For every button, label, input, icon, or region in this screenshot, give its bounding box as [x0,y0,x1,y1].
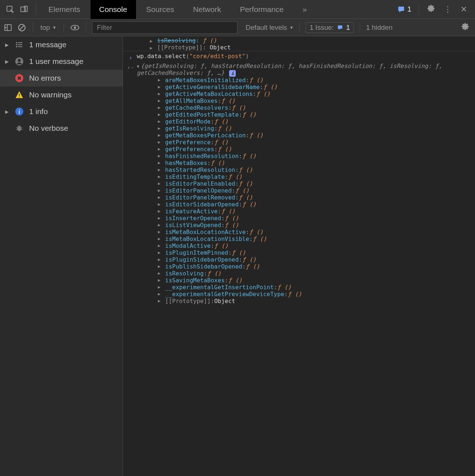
expand-icon[interactable]: ▶ [158,98,163,103]
property-line[interactable]: ▶getMetaBoxesPerLocation: ƒ () [135,132,472,139]
expand-icon[interactable]: ▶ [158,285,163,290]
property-line[interactable]: ▶[[Prototype]]: Object [135,44,472,51]
property-line[interactable]: ▶getPreference: ƒ () [135,139,472,146]
tab-overflow[interactable]: » [294,0,316,19]
expand-icon[interactable]: ▶ [150,45,155,51]
property-line[interactable]: ▶isEditorSidebarOpened: ƒ () [135,201,472,208]
property-line[interactable]: ▶hasFinishedResolution: ƒ () [135,153,472,160]
expand-icon[interactable]: ▶ [158,215,163,221]
expand-icon[interactable]: ▶ [158,146,163,152]
property-line[interactable]: ▶isFeatureActive: ƒ () [135,208,472,215]
property-line[interactable]: ▶isMetaBoxLocationVisible: ƒ () [135,235,472,242]
expand-icon[interactable]: ▶ [158,119,163,124]
expand-icon[interactable]: ▶ [158,291,163,297]
property-line[interactable]: ▶isEditorPanelOpened: ƒ () [135,187,472,194]
expand-icon[interactable]: ▶ [158,264,163,269]
expand-icon[interactable]: ▶ [158,77,163,82]
settings-icon[interactable] [424,4,438,15]
issues-button[interactable]: 1 Issue: 1 [306,22,354,33]
property-line[interactable]: ▶getAllMetaBoxes: ƒ () [135,97,472,104]
object-summary[interactable]: ▼{getIsResolving: ƒ, hasStartedResolutio… [135,62,472,77]
more-icon[interactable]: ⋮ [441,5,455,14]
property-line[interactable]: ▶areMetaBoxesInitialized: ƒ () [135,77,472,84]
collapse-icon[interactable]: ▼ [137,64,139,69]
property-line[interactable]: ▶getActiveGeneralSidebarName: ƒ () [135,84,472,90]
issues-badge[interactable]: 1 [395,5,414,13]
property-line[interactable]: ▶__experimentalGetInsertionPoint: ƒ () [135,284,472,291]
expand-icon[interactable]: ▶ [158,167,163,172]
property-line[interactable]: ▶isSavingMetaBoxes: ƒ () [135,277,472,284]
sidebar-info[interactable]: ▶ 1 info [0,103,123,120]
property-line[interactable]: ▶hasMetaBoxes: ƒ () [135,160,472,166]
expand-icon[interactable]: ▶ [158,229,163,234]
property-line[interactable]: ▶isInserterOpened: ƒ () [135,215,472,222]
expand-icon[interactable]: ▶ [158,181,163,186]
device-toggle-icon[interactable] [20,5,28,14]
expand-icon[interactable]: ▶ [158,243,163,248]
property-line[interactable]: ▶getCachedResolvers: ƒ () [135,104,472,111]
property-line[interactable]: ▶__experimentalGetPreviewDeviceType: ƒ (… [135,291,472,298]
context-selector[interactable]: top ▼ [39,24,58,32]
property-line[interactable]: ▶getActiveMetaBoxLocations: ƒ () [135,90,472,97]
property-line[interactable]: ▶isEditorPanelEnabled: ƒ () [135,180,472,187]
property-line[interactable]: ▶isModalActive: ƒ () [135,242,472,249]
property-line[interactable]: ▶hasStartedResolution: ƒ () [135,166,472,173]
filter-input[interactable] [92,21,238,34]
expand-icon[interactable]: ▶ [158,209,163,214]
property-line[interactable]: ▶isEditingTemplate: ƒ () [135,173,472,180]
expand-icon[interactable]: ▶ [150,39,155,44]
expand-icon[interactable]: ▶ [158,271,163,276]
sidebar-errors[interactable]: No errors [0,70,123,86]
expand-icon[interactable]: ▶ [158,126,163,131]
property-line[interactable]: ▶isEditorPanelRemoved: ƒ () [135,194,472,201]
expand-icon[interactable]: ▶ [158,160,163,165]
property-line[interactable]: ▶getPreferences: ƒ () [135,146,472,153]
expand-icon[interactable]: ▶ [158,298,163,303]
property-line[interactable]: ▶isPluginSidebarOpened: ƒ () [135,256,472,263]
expand-icon[interactable]: ▶ [158,105,163,110]
console-output[interactable]: ▶isResolving: ƒ () ▶[[Prototype]]: Objec… [123,36,475,476]
inspect-icon[interactable] [6,5,15,14]
property-line[interactable]: ▶getIsResolving: ƒ () [135,125,472,132]
console-input[interactable]: wp.data.select("core/edit-post") [135,53,472,60]
close-icon[interactable]: ✕ [458,5,470,14]
expand-icon[interactable]: ▶ [158,140,163,145]
expand-icon[interactable]: ▶ [158,133,163,138]
sidebar-warnings[interactable]: No warnings [0,86,123,103]
expand-icon[interactable]: ▶ [158,153,163,158]
expand-icon[interactable]: ▶ [158,202,163,207]
property-line[interactable]: ▶isMetaBoxLocationActive: ƒ () [135,229,472,235]
expand-icon[interactable]: ▶ [158,84,163,89]
expand-icon[interactable]: ▶ [158,112,163,117]
expand-icon[interactable]: ▶ [158,188,163,193]
expand-icon[interactable]: ▶ [158,195,163,200]
expand-icon[interactable]: ▶ [158,278,163,283]
property-line[interactable]: ▶isPluginItemPinned: ƒ () [135,249,472,256]
tab-console[interactable]: Console [91,0,136,19]
property-line[interactable]: ▶isListViewOpened: ƒ () [135,222,472,229]
expand-icon[interactable]: ▶ [158,257,163,262]
property-line[interactable]: ▶isPublishSidebarOpened: ƒ () [135,263,472,270]
clear-console-icon[interactable] [17,23,27,33]
property-line[interactable]: ▶[[Prototype]]: Object [135,298,472,304]
sidebar-verbose[interactable]: No verbose [0,120,123,137]
live-expression-icon[interactable] [70,23,80,33]
log-levels-selector[interactable]: Default levels ▼ [246,24,294,32]
expand-icon[interactable]: ▶ [158,236,163,241]
info-badge-icon[interactable]: i [229,70,236,77]
expand-icon[interactable]: ▶ [158,222,163,227]
expand-icon[interactable]: ▶ [158,91,163,96]
sidebar-messages[interactable]: ▶ 1 message [0,36,123,53]
property-line[interactable]: ▶getEditorMode: ƒ () [135,118,472,125]
console-settings-icon[interactable] [458,23,472,33]
sidebar-toggle-icon[interactable] [3,23,13,33]
sidebar-user-messages[interactable]: ▶ 1 user message [0,53,123,70]
tab-network[interactable]: Network [184,0,230,19]
expand-icon[interactable]: ▶ [158,174,163,179]
property-line[interactable]: ▶getEditedPostTemplate: ƒ () [135,111,472,118]
property-line[interactable]: ▶isResolving: ƒ () [135,37,472,44]
property-line[interactable]: ▶isResolving: ƒ () [135,270,472,277]
tab-elements[interactable]: Elements [40,0,89,19]
expand-icon[interactable]: ▶ [158,250,163,255]
tab-sources[interactable]: Sources [137,0,183,19]
